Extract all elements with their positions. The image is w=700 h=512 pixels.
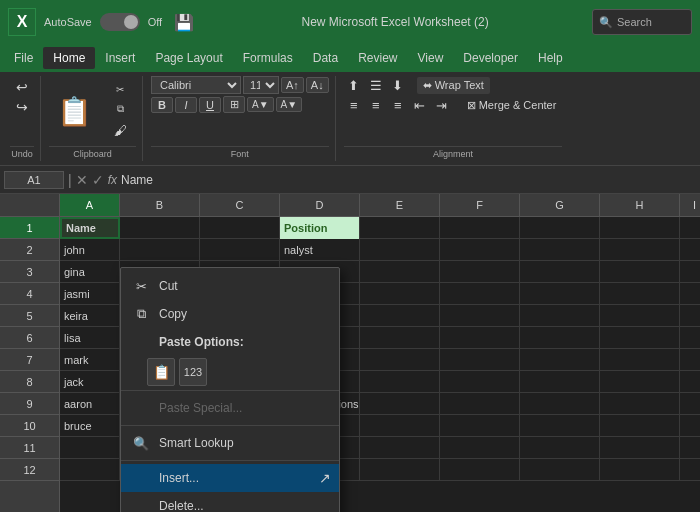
cell-f9[interactable] [440,393,520,415]
redo-button[interactable]: ↪ [12,98,32,116]
cell-g6[interactable] [520,327,600,349]
cell-a7[interactable]: mark [60,349,120,371]
cell-e10[interactable] [360,415,440,437]
cell-f3[interactable] [440,261,520,283]
cell-reference-input[interactable] [4,171,64,189]
col-header-h[interactable]: H [600,194,680,216]
cell-e7[interactable] [360,349,440,371]
save-icon[interactable]: 💾 [170,9,198,36]
col-header-g[interactable]: G [520,194,600,216]
cell-h11[interactable] [600,437,680,459]
cell-a11[interactable] [60,437,120,459]
cell-g9[interactable] [520,393,600,415]
undo-button[interactable]: ↩ [12,78,32,96]
align-top-left-button[interactable]: ⬆ [344,76,364,94]
menu-review[interactable]: Review [348,47,407,69]
cell-g5[interactable] [520,305,600,327]
cell-e9[interactable] [360,393,440,415]
cell-h10[interactable] [600,415,680,437]
col-header-i[interactable]: I [680,194,700,216]
wrap-text-button[interactable]: ⬌ Wrap Text [417,77,490,94]
align-right-button[interactable]: ≡ [388,96,408,114]
cell-c2[interactable] [200,239,280,261]
row-header-10[interactable]: 10 [0,415,59,437]
cell-h4[interactable] [600,283,680,305]
cell-d2[interactable]: nalyst [280,239,360,261]
row-header-2[interactable]: 2 [0,239,59,261]
cell-h8[interactable] [600,371,680,393]
border-button[interactable]: ⊞ [223,96,245,113]
cell-h9[interactable] [600,393,680,415]
context-menu-paste-special[interactable]: Paste Special... [121,394,339,422]
row-header-12[interactable]: 12 [0,459,59,481]
menu-page-layout[interactable]: Page Layout [145,47,232,69]
cell-f6[interactable] [440,327,520,349]
align-left-button[interactable]: ≡ [344,96,364,114]
menu-insert[interactable]: Insert [95,47,145,69]
font-color-button[interactable]: A▼ [276,97,303,112]
cell-d1[interactable]: Position [280,217,360,239]
cell-f8[interactable] [440,371,520,393]
align-top-center-button[interactable]: ☰ [366,76,386,94]
cell-f2[interactable] [440,239,520,261]
cell-b1[interactable] [120,217,200,239]
row-header-8[interactable]: 8 [0,371,59,393]
row-header-6[interactable]: 6 [0,327,59,349]
cell-g3[interactable] [520,261,600,283]
cell-e4[interactable] [360,283,440,305]
format-painter-button[interactable]: 🖌 [104,121,136,140]
cell-h1[interactable] [600,217,680,239]
cell-a1[interactable]: Name [60,217,120,239]
menu-home[interactable]: Home [43,47,95,69]
cell-b2[interactable] [120,239,200,261]
col-header-a[interactable]: A [60,194,120,216]
cell-a2[interactable]: john [60,239,120,261]
cell-a10[interactable]: bruce [60,415,120,437]
context-menu-smart-lookup[interactable]: 🔍 Smart Lookup [121,429,339,457]
cell-e2[interactable] [360,239,440,261]
font-name-select[interactable]: Calibri [151,76,241,94]
cell-e5[interactable] [360,305,440,327]
cell-h6[interactable] [600,327,680,349]
col-header-d[interactable]: D [280,194,360,216]
cell-a3[interactable]: gina [60,261,120,283]
cell-h3[interactable] [600,261,680,283]
paste-icon-button-1[interactable]: 📋 [147,358,175,386]
col-header-f[interactable]: F [440,194,520,216]
cell-e6[interactable] [360,327,440,349]
paste-button[interactable]: 📋 [49,93,100,130]
cell-g1[interactable] [520,217,600,239]
cell-f4[interactable] [440,283,520,305]
col-header-b[interactable]: B [120,194,200,216]
cell-g10[interactable] [520,415,600,437]
copy-button[interactable]: ⧉ [104,101,136,117]
cell-a5[interactable]: keira [60,305,120,327]
merge-center-button[interactable]: ⊠ Merge & Center [461,97,563,114]
context-menu-delete[interactable]: Delete... [121,492,339,512]
row-header-5[interactable]: 5 [0,305,59,327]
align-center-button[interactable]: ≡ [366,96,386,114]
cell-h7[interactable] [600,349,680,371]
cell-h2[interactable] [600,239,680,261]
underline-button[interactable]: U [199,97,221,113]
cell-f1[interactable] [440,217,520,239]
menu-view[interactable]: View [408,47,454,69]
cell-a6[interactable]: lisa [60,327,120,349]
autosave-toggle[interactable] [100,13,140,31]
cell-g2[interactable] [520,239,600,261]
cell-e1[interactable] [360,217,440,239]
row-header-3[interactable]: 3 [0,261,59,283]
menu-help[interactable]: Help [528,47,573,69]
increase-font-button[interactable]: A↑ [281,77,304,93]
paste-icon-button-2[interactable]: 123 [179,358,207,386]
cell-a9[interactable]: aaron [60,393,120,415]
cell-f12[interactable] [440,459,520,481]
align-top-right-button[interactable]: ⬇ [388,76,408,94]
cell-a12[interactable] [60,459,120,481]
select-all-button[interactable] [0,194,60,216]
cell-f11[interactable] [440,437,520,459]
cell-e12[interactable] [360,459,440,481]
cell-a4[interactable]: jasmi [60,283,120,305]
cell-g7[interactable] [520,349,600,371]
cell-f10[interactable] [440,415,520,437]
